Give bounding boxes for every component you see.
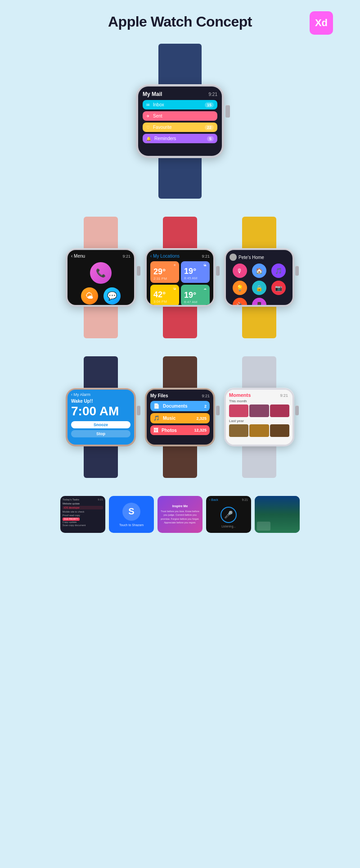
listen-body: 🎤 Listening...	[220, 501, 237, 533]
listen-mic-button[interactable]: 🎤	[220, 507, 237, 523]
band-top-weather	[163, 217, 197, 248]
ocean-screen	[255, 496, 300, 533]
menu-top-icon: 📞	[71, 262, 130, 284]
home-title-row: Pete's Home	[230, 254, 264, 261]
watch-home: Pete's Home 🎙 🏠 🎵 💡 🔒 📷 🔌 📱	[224, 217, 294, 338]
home-house[interactable]: 🏠	[252, 264, 266, 278]
stop-button[interactable]: Stop	[71, 430, 130, 437]
watch-case-alarm: ‹ My Alarm Wake Up!! 7:00 AM Snooze Stop	[66, 388, 136, 446]
music-icon: 🎵	[153, 415, 160, 421]
bottom-row: Today's Tasks 9:21 Website update iOS de…	[0, 491, 360, 546]
task-3: Mobile site to check	[63, 510, 103, 513]
mail-row-reminders[interactable]: 🔔 Reminders 5	[143, 134, 217, 143]
screen-files: My Files 9:21 📄 Documents 2 🎵 Music 2,32…	[147, 390, 213, 445]
band-top-moments	[242, 356, 276, 388]
screen-mail: My Mail 9:21 ✉ Inbox 15 ✈ Sent	[138, 86, 222, 156]
home-icon-grid: 🎙 🏠 🎵 💡 🔒 📷 🔌 📱	[230, 264, 289, 305]
photo-4[interactable]	[229, 424, 248, 437]
files-row-photos[interactable]: 🖼 Photos 12,325	[150, 425, 210, 435]
inspire-quote: Trust before you love. Know before you j…	[160, 509, 200, 524]
band-top-home	[242, 217, 276, 248]
files-header: My Files 9:21	[150, 393, 210, 398]
home-phone[interactable]: 📱	[252, 298, 266, 305]
task-5: Copy update	[63, 521, 103, 523]
ocean-container	[255, 496, 300, 533]
watch-row-mail: My Mail 9:21 ✉ Inbox 15 ✈ Sent	[136, 44, 224, 199]
band-top-menu	[84, 217, 118, 248]
files-row-docs[interactable]: 📄 Documents 2	[150, 401, 210, 411]
band-bottom-moments	[242, 446, 276, 478]
band-top-alarm	[84, 356, 118, 388]
home-plug[interactable]: 🔌	[233, 298, 247, 305]
task-1: Website update	[63, 502, 103, 505]
watch-case-menu: ‹ Menu 9:21 📞 🌤 💬	[66, 248, 136, 307]
mail-row-inbox[interactable]: ✉ Inbox 15	[143, 100, 217, 109]
home-music[interactable]: 🎵	[271, 264, 286, 278]
mail-header: My Mail 9:21	[143, 91, 217, 97]
weather-cell-3[interactable]: 🌤 42° 3:04 PM	[150, 285, 179, 305]
tasks-screen: Today's Tasks 9:21 Website update iOS de…	[60, 496, 105, 533]
listen-header: ‹ Back 9:21	[206, 496, 251, 501]
snooze-button[interactable]: Snooze	[71, 421, 130, 428]
photos-count: 12,325	[194, 428, 207, 432]
watch-case-moments: Moments 9:21 This month Last year	[224, 388, 294, 446]
inbox-icon: ✉	[146, 103, 150, 107]
watch-menu: ‹ Menu 9:21 📞 🌤 💬	[66, 217, 136, 338]
weather-back: ‹ My Locations	[150, 254, 180, 259]
photo-1[interactable]	[229, 404, 248, 417]
watch-case-weather: ‹ My Locations 9:21 ☀ 29° 2:31 PM 🌥	[145, 248, 215, 307]
mail-time: 9:21	[209, 92, 217, 97]
sent-icon: ✈	[146, 114, 150, 118]
mail-title: My Mail	[143, 91, 162, 97]
tasks-time: 9:21	[98, 498, 103, 501]
weather-cell-1[interactable]: ☀ 29° 2:31 PM	[150, 261, 179, 283]
music-count: 2,325	[196, 416, 207, 421]
photo-5[interactable]	[249, 424, 269, 437]
files-title: My Files	[150, 393, 168, 398]
home-mic[interactable]: 🎙	[233, 264, 247, 278]
watch-files: My Files 9:21 📄 Documents 2 🎵 Music 2,32…	[145, 356, 215, 478]
home-light[interactable]: 💡	[233, 281, 247, 295]
home-camera[interactable]: 📷	[271, 281, 286, 295]
reminder-badge: 5	[207, 136, 214, 141]
watch-case-files: My Files 9:21 📄 Documents 2 🎵 Music 2,32…	[145, 388, 215, 446]
inspire-title: Inspire Me	[172, 504, 188, 508]
page-header: Apple Watch Concept Xd	[0, 0, 360, 39]
screen-menu: ‹ Menu 9:21 📞 🌤 💬	[68, 250, 134, 305]
shazam-logo: S	[122, 503, 140, 521]
photo-2[interactable]	[249, 404, 269, 417]
files-time: 9:21	[202, 394, 210, 398]
band-bottom-home	[242, 307, 276, 338]
phone-circle[interactable]: 📞	[90, 262, 112, 284]
watch-row-3: ‹ My Alarm Wake Up!! 7:00 AM Snooze Stop	[66, 356, 294, 478]
task-6: Scan copy document	[63, 524, 103, 527]
mail-row-favourite[interactable]: ♡ Favourite 22	[143, 123, 217, 132]
chat-circle[interactable]: 💬	[104, 287, 121, 304]
docs-label: Documents	[163, 404, 187, 409]
page-title: Apple Watch Concept	[108, 14, 252, 30]
watches-section: My Mail 9:21 ✉ Inbox 15 ✈ Sent	[0, 39, 360, 491]
watch-case-home: Pete's Home 🎙 🏠 🎵 💡 🔒 📷 🔌 📱	[224, 248, 294, 307]
files-row-music[interactable]: 🎵 Music 2,325	[150, 413, 210, 423]
menu-bottom-icons: 🌤 💬	[71, 287, 130, 304]
band-bottom-alarm	[84, 446, 118, 478]
inspire-container: Inspire Me Trust before you love. Know b…	[158, 496, 202, 533]
home-lock[interactable]: 🔒	[252, 281, 266, 295]
ocean-overlay	[257, 522, 270, 531]
menu-back: ‹ Menu	[71, 254, 85, 259]
tasks-title: Today's Tasks	[63, 498, 79, 501]
listen-back: ‹ Back	[209, 498, 218, 501]
weather-circle[interactable]: 🌤	[81, 287, 98, 304]
shazam-label: Touch to Shazam	[119, 523, 144, 527]
mail-row-sent[interactable]: ✈ Sent	[143, 111, 217, 121]
inbox-badge: 15	[205, 102, 214, 108]
listen-screen: ‹ Back 9:21 🎤 Listening...	[206, 496, 251, 533]
weather-cell-4[interactable]: ☁ 19° 6:47 AM	[181, 285, 210, 305]
shazam-screen[interactable]: S Touch to Shazam	[109, 496, 154, 533]
task-badge: DUE PRIORITY	[63, 518, 103, 520]
weather-cell-2[interactable]: 🌥 19° 8:45 AM	[181, 261, 210, 283]
fav-label: Favourite	[153, 125, 172, 130]
photo-3[interactable]	[270, 404, 289, 417]
photo-6[interactable]	[270, 424, 289, 437]
tasks-header: Today's Tasks 9:21	[63, 498, 103, 501]
